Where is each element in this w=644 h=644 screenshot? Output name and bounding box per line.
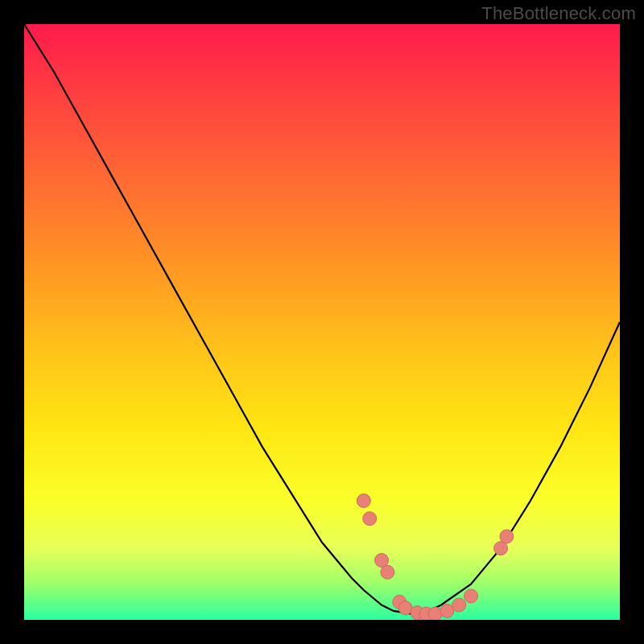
data-marker	[428, 607, 442, 620]
data-marker	[363, 512, 377, 526]
bottleneck-curve	[24, 24, 620, 620]
watermark-text: TheBottleneck.com	[481, 3, 636, 24]
plot-area	[24, 24, 620, 620]
data-marker	[452, 598, 466, 612]
chart-frame: TheBottleneck.com	[0, 0, 644, 644]
data-marker	[381, 565, 394, 579]
data-marker	[500, 530, 514, 543]
data-marker	[464, 589, 478, 603]
data-marker	[357, 494, 370, 508]
